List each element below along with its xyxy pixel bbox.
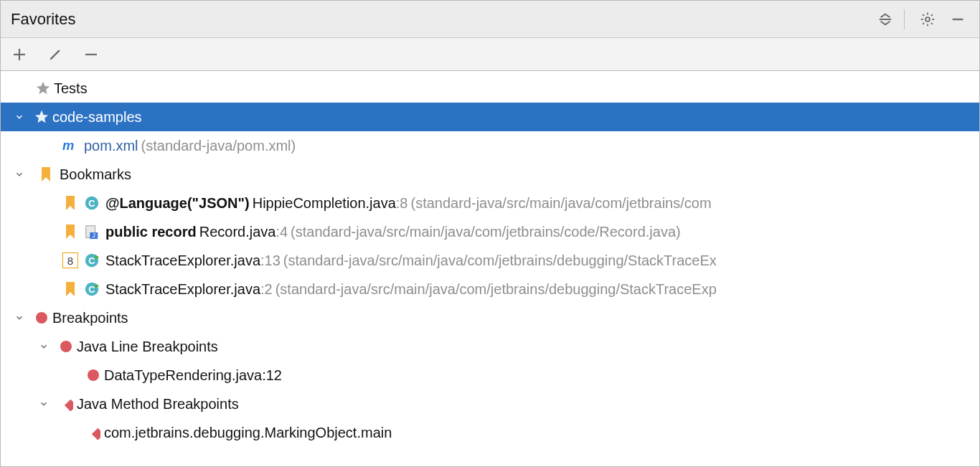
tree-item-bookmarks[interactable]: Bookmarks (1, 160, 979, 189)
toolbar (1, 38, 979, 71)
tree-label: Tests (54, 80, 88, 97)
svg-rect-20 (92, 428, 100, 440)
svg-text:C: C (88, 284, 95, 295)
file-path: (standard-java/pom.xml) (141, 138, 296, 154)
star-icon (35, 80, 51, 96)
edit-button[interactable] (45, 44, 65, 65)
tree-item-code-samples[interactable]: code-samples (1, 103, 979, 131)
chevron-down-icon[interactable] (12, 311, 27, 325)
bookmark-item[interactable]: 8 C StackTraceExplorer.java:13 (standard… (1, 246, 979, 275)
bookmark-text: public record (105, 224, 197, 240)
svg-point-17 (60, 341, 72, 352)
class-run-icon: C (84, 253, 100, 268)
breakpoint-icon (34, 310, 50, 326)
breakpoint-icon (58, 339, 74, 354)
class-icon: C (84, 195, 100, 211)
maven-icon: m (62, 138, 78, 154)
tree-label: Java Line Breakpoints (77, 339, 218, 355)
tree-label: code-samples (52, 109, 142, 126)
chevron-down-icon[interactable] (12, 167, 27, 181)
svg-point-16 (36, 312, 47, 324)
bookmark-item[interactable]: J public record Record.java:4 (standard-… (1, 217, 979, 246)
chevron-down-icon[interactable] (12, 110, 27, 124)
bookmark-icon (62, 224, 78, 240)
bookmark-icon (62, 281, 78, 297)
svg-text:C: C (88, 198, 95, 209)
breakpoint-label: DataTypeRendering.java:12 (104, 367, 282, 384)
svg-point-1 (925, 17, 930, 22)
bookmark-item[interactable]: C StackTraceExplorer.java:2 (standard-ja… (1, 275, 979, 303)
line-number: :4 (275, 224, 288, 240)
bookmark-icon (38, 166, 54, 182)
tree-item-tests[interactable]: Tests (1, 74, 979, 103)
svg-text:m: m (62, 138, 74, 153)
star-icon (34, 109, 50, 125)
svg-rect-19 (65, 400, 73, 411)
panel-title: Favorites (11, 10, 75, 29)
line-number: :13 (260, 253, 281, 269)
panel-header: Favorites (1, 1, 979, 38)
file-name: StackTraceExplorer.java (105, 253, 260, 269)
class-run-icon: C (84, 281, 100, 297)
tree-item-pom[interactable]: m pom.xml (standard-java/pom.xml) (1, 131, 979, 160)
file-name: HippieCompletion.java (253, 195, 396, 212)
file-name: Record.java (199, 224, 276, 240)
tree-label: Java Method Breakpoints (77, 396, 239, 412)
separator (904, 9, 905, 29)
gear-icon[interactable] (916, 8, 939, 31)
file-path: (standard-java/src/main/java/com/jetbrai… (275, 281, 717, 298)
minimize-icon[interactable] (946, 8, 969, 31)
line-number: :2 (260, 281, 273, 298)
chevron-down-icon[interactable] (37, 397, 51, 411)
chevron-down-icon[interactable] (37, 339, 51, 354)
file-name: pom.xml (84, 138, 138, 154)
bookmark-icon (62, 195, 78, 211)
tree-label: Breakpoints (52, 310, 128, 326)
java-file-icon: J (84, 224, 100, 240)
tree-item-method-breakpoints[interactable]: Java Method Breakpoints (1, 390, 979, 418)
file-name: StackTraceExplorer.java (105, 281, 260, 298)
breakpoint-icon (85, 367, 101, 383)
bookmark-mnemonic: 8 (62, 253, 78, 268)
line-number: :8 (396, 195, 408, 212)
svg-point-18 (88, 369, 99, 381)
file-path: (standard-java/src/main/java/com/jetbrai… (283, 253, 717, 269)
collapse-all-icon[interactable] (874, 8, 897, 31)
method-breakpoint-icon (85, 425, 101, 440)
svg-text:J: J (93, 232, 95, 239)
favorites-tree: Tests code-samples m pom.xml (standard-j… (1, 71, 979, 447)
svg-text:C: C (88, 255, 95, 266)
tree-item-line-breakpoints[interactable]: Java Line Breakpoints (1, 332, 979, 361)
add-button[interactable] (9, 44, 29, 65)
method-breakpoint-icon (58, 396, 74, 412)
breakpoint-item[interactable]: com.jetbrains.debugging.MarkingObject.ma… (1, 418, 979, 447)
tree-item-breakpoints[interactable]: Breakpoints (1, 303, 979, 332)
bookmark-text: @Language("JSON") (105, 195, 250, 212)
remove-button[interactable] (81, 44, 101, 65)
breakpoint-label: com.jetbrains.debugging.MarkingObject.ma… (104, 425, 392, 441)
file-path: (standard-java/src/main/java/com/jetbrai… (291, 224, 681, 240)
file-path: (standard-java/src/main/java/com/jetbrai… (411, 195, 712, 212)
bookmark-item[interactable]: C @Language("JSON") HippieCompletion.jav… (1, 189, 979, 217)
tree-label: Bookmarks (60, 166, 131, 183)
breakpoint-item[interactable]: DataTypeRendering.java:12 (1, 361, 979, 390)
